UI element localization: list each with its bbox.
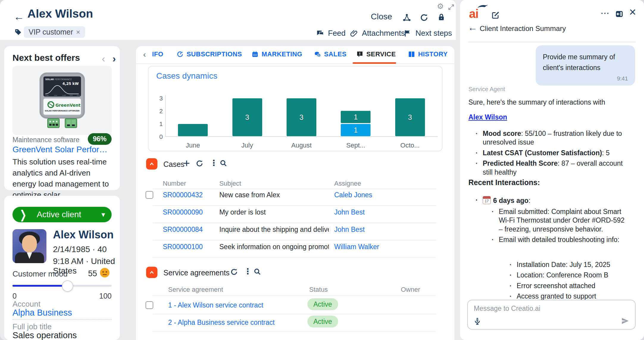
screenshot-root: ← Alex Wilson VIP customer × Close Feed … (0, 0, 644, 340)
table-divider (153, 205, 436, 206)
row-checkbox[interactable] (146, 191, 153, 199)
cases-section-title: Cases (163, 160, 185, 169)
cases-collapse-button[interactable] (146, 158, 157, 170)
client-birthdate: 2/14/1985 · 40 (53, 245, 107, 254)
agreements-refresh-icon[interactable] (230, 268, 238, 276)
case-assignee-link[interactable]: Caleb Jones (334, 191, 372, 199)
x-axis-label: August (278, 142, 325, 149)
close-panel-icon[interactable]: × (629, 6, 636, 18)
agreement-link[interactable]: 1 - Alex Wilson service contract (168, 301, 263, 309)
column-header[interactable]: Subject (219, 180, 241, 187)
column-header[interactable]: Owner (401, 286, 420, 294)
tab-bar: ‹ IFO SUBSCRIPTIONS MARKETING $ SALES SE… (136, 46, 454, 64)
recent-interactions-heading: Recent Interactions: (468, 178, 540, 187)
bar-group: 11 (341, 111, 371, 136)
ai-back-icon[interactable]: ← (468, 23, 477, 32)
column-header[interactable]: Assignee (334, 180, 361, 187)
settings-gear-icon[interactable]: ⚙ (437, 2, 444, 11)
cases-search-icon[interactable] (219, 159, 227, 167)
attachments-button[interactable]: Attachments (350, 29, 405, 38)
refresh-icon[interactable] (420, 13, 429, 22)
mood-slider[interactable] (12, 285, 112, 287)
table-divider (153, 223, 436, 223)
cases-refresh-icon[interactable] (196, 159, 204, 167)
offers-next-icon[interactable]: › (112, 53, 116, 63)
job-title-value: Sales operations (12, 330, 77, 340)
mood-slider-thumb[interactable] (62, 280, 73, 292)
user-message-bubble: Provide me summary of client's interacti… (536, 45, 635, 86)
case-number-link[interactable]: SR00000090 (163, 208, 203, 216)
case-assignee-link[interactable]: John Best (334, 208, 365, 216)
tab-sales[interactable]: $ SALES (314, 50, 346, 58)
agreements-collapse-button[interactable] (146, 267, 157, 278)
tab-subscriptions[interactable]: SUBSCRIPTIONS (176, 50, 242, 58)
case-number-link[interactable]: SR00000432 (163, 191, 203, 199)
case-subject: New case from Alex (219, 191, 329, 199)
back-button[interactable]: ← (14, 11, 24, 22)
status-badge: Active (307, 298, 338, 310)
microphone-icon[interactable] (473, 317, 482, 325)
expand-icon[interactable] (448, 4, 455, 11)
tab-service[interactable]: SERVICE (356, 50, 396, 58)
offer-product-link[interactable]: GreenVent Solar Performance Optimizer (12, 145, 112, 154)
chart-x-labels: JuneJulyAugustSept...Octo... (166, 142, 437, 149)
input-placeholder: Message to Creatio.ai (474, 305, 540, 313)
book-icon (408, 51, 415, 58)
customer-mood-value: 55 (88, 269, 97, 278)
chart-bars: 33113 (166, 98, 437, 136)
tabs-scroll-left-icon[interactable]: ‹ (143, 50, 146, 59)
case-number-link[interactable]: SR00000084 (163, 226, 203, 234)
offer-category: Maintenance software (12, 136, 79, 144)
cases-more-icon[interactable]: ⋮ (210, 159, 218, 167)
cases-dynamics-chart: Cases dynamics 0123 33113 JuneJulyAugust… (148, 66, 443, 151)
svg-text:$: $ (318, 54, 320, 57)
svg-text:4,25 kW: 4,25 kW (62, 82, 79, 86)
table-divider (153, 295, 436, 296)
creatio-ai-panel: ai ⋯ × ← Client Interaction Summary Prov… (460, 0, 644, 340)
offers-prev-icon[interactable]: ‹ (102, 53, 105, 63)
tag-remove-icon[interactable]: × (76, 28, 80, 36)
case-assignee-link[interactable]: John Best (334, 226, 365, 234)
next-steps-button[interactable]: Next steps (404, 29, 452, 38)
column-header[interactable]: Number (163, 180, 186, 187)
message-input[interactable]: Message to Creatio.ai (467, 300, 636, 330)
next-steps-label: Next steps (415, 29, 452, 38)
list-item: Email with detailed troubleshooting info… (499, 235, 630, 244)
x-axis-label: Octo... (386, 142, 434, 149)
tab-label: MARKETING (262, 50, 302, 58)
tab-info[interactable]: IFO (152, 50, 163, 58)
close-button[interactable]: Close (371, 12, 392, 21)
client-profile-card: ❯ Active client ▾ Alex Wilson 2/14/1985 … (4, 196, 120, 340)
bar-group: 3 (232, 98, 262, 136)
list-item: Latest CSAT (Customer Satisfaction): 5 (483, 149, 632, 157)
tag-label: VIP customer (29, 28, 73, 36)
row-checkbox[interactable] (146, 301, 153, 309)
process-icon[interactable] (402, 13, 411, 22)
bar-segment: 3 (395, 98, 425, 136)
tab-history[interactable]: HISTORY (408, 50, 448, 58)
new-chat-icon[interactable] (491, 11, 500, 20)
agreements-search-icon[interactable] (253, 268, 261, 276)
dock-panel-icon[interactable] (615, 10, 624, 18)
more-options-icon[interactable]: ⋯ (601, 8, 610, 18)
case-assignee-link[interactable]: William Walker (334, 243, 379, 251)
lock-icon[interactable] (437, 13, 446, 21)
agreement-link[interactable]: 2 - Alpha Business service contract (168, 319, 275, 327)
client-name-link[interactable]: Alex Wilson (468, 113, 507, 121)
status-label: Active client (37, 210, 81, 219)
feed-button[interactable]: Feed (316, 29, 346, 38)
cases-add-icon[interactable] (182, 159, 191, 167)
tag-vip-customer[interactable]: VIP customer × (24, 26, 85, 38)
mood-slider-fill (12, 285, 67, 287)
page-title: Alex Wilson (27, 7, 93, 20)
send-icon[interactable] (621, 316, 630, 325)
status-chevron-icon: ❯ (20, 208, 26, 221)
case-number-link[interactable]: SR00000100 (163, 243, 203, 251)
tab-marketing[interactable]: MARKETING (251, 50, 302, 58)
column-header[interactable]: Status (309, 286, 328, 294)
client-status-dropdown[interactable]: ❯ Active client ▾ (12, 207, 112, 222)
list-item: Email submitted: Complaint about Smart W… (499, 207, 630, 234)
column-header[interactable]: Service agreement (168, 286, 223, 294)
account-link[interactable]: Alpha Business (12, 308, 72, 318)
agreements-more-icon[interactable]: ⋮ (244, 268, 252, 276)
